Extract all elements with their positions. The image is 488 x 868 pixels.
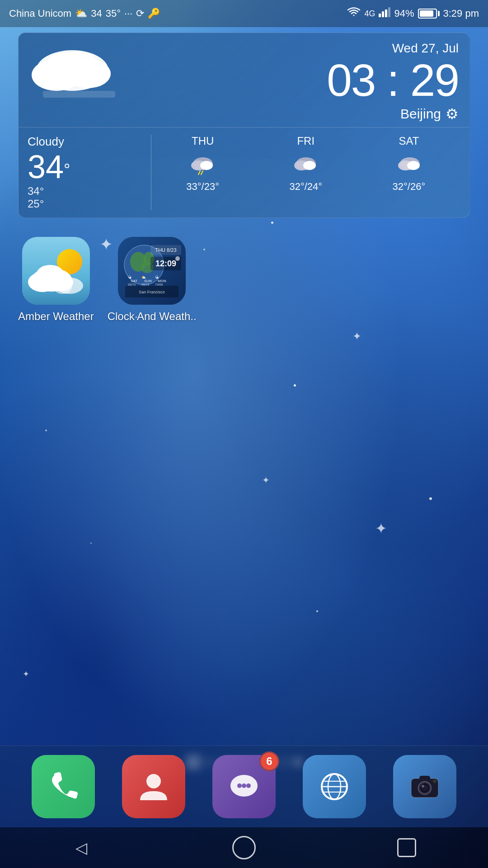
dock: 6 [0,745,488,827]
low-temp: 25° [28,198,44,210]
app-item-amber-weather[interactable]: Amber Weather [18,237,94,323]
key-icon: 🔑 [148,8,160,19]
fri-label: FRI [297,135,314,147]
datetime-area: Wed 27, Jul 03 : 29 Beijing ⚙ [327,41,459,123]
wifi-icon [347,7,361,20]
svg-point-54 [237,783,242,788]
svg-point-40 [175,256,180,261]
battery-percent: 94% [394,8,414,19]
widget-date: Wed 27, Jul [327,41,459,56]
svg-text:🌤: 🌤 [155,275,159,279]
svg-text:THU 8/23: THU 8/23 [155,247,177,253]
apps-grid: Amber Weather [0,223,488,323]
browser-icon [316,769,352,805]
widget-top: Wed 27, Jul 03 : 29 Beijing ⚙ [19,33,469,127]
carrier-name: China Unicom [9,8,71,19]
app-item-clock-weather[interactable]: THU 8/23 12:09 San Francisco SAT SUN MON… [108,237,197,323]
messages-icon [226,769,262,805]
rotate-icon: ⟳ [136,8,144,19]
svg-rect-1 [382,11,384,17]
messages-badge: 6 [259,751,279,771]
svg-text:79/68: 79/68 [155,283,163,286]
sat-temps: 32°/26° [393,181,426,193]
clock-weather-icon[interactable]: THU 8/23 12:09 San Francisco SAT SUN MON… [118,237,186,305]
back-button[interactable]: ◁ [66,832,97,863]
dock-browser[interactable] [303,755,366,818]
svg-rect-2 [385,9,387,17]
svg-text:🌤: 🌤 [128,275,131,279]
svg-line-14 [201,171,203,175]
svg-text:95/72: 95/72 [141,283,150,286]
fri-temps: 32°/24° [289,181,322,193]
svg-text:MON: MON [158,279,166,283]
back-icon: ◁ [75,839,87,857]
network-4g: 4G [364,9,375,19]
current-temp-value: 34 [28,149,64,185]
home-icon [232,836,256,859]
thu-temps: 33°/23° [186,181,219,193]
svg-point-52 [146,774,161,788]
current-weather: Cloudy 34° 34° 25° [28,135,151,210]
svg-text:SUN: SUN [144,279,152,283]
degree-symbol: ° [64,160,70,179]
clock-weather-icon-svg: THU 8/23 12:09 San Francisco SAT SUN MON… [118,237,186,305]
svg-text:SAT: SAT [131,279,137,283]
thu-icon [189,151,216,178]
forecast-day-thu: THU 33°/23° [151,135,254,210]
dock-contacts[interactable] [122,755,185,818]
nav-bar: ◁ [0,827,488,868]
cloud-illustration [29,41,129,100]
contacts-icon [136,769,172,805]
weather-widget[interactable]: Wed 27, Jul 03 : 29 Beijing ⚙ Cloudy 34°… [18,33,470,218]
svg-text:88/70: 88/70 [128,283,136,286]
svg-point-56 [246,783,251,788]
svg-point-28 [54,281,72,294]
weather-icon: ⛅ [75,8,87,19]
status-bar: China Unicom ⛅ 34 35° ··· ⟳ 🔑 4G 94% [0,0,488,27]
clock-time: 3:29 pm [443,8,479,19]
condition-label: Cloudy [28,135,143,149]
svg-rect-69 [419,776,430,780]
dock-messages[interactable]: 6 [212,755,276,818]
svg-point-8 [61,51,97,76]
location-row: Beijing ⚙ [327,105,459,123]
svg-rect-0 [379,14,381,17]
fri-icon [292,151,319,178]
recent-icon [397,838,416,857]
dock-camera[interactable] [393,755,456,818]
amber-weather-icon[interactable] [22,237,90,305]
sat-label: SAT [399,135,419,147]
camera-icon [407,769,443,805]
widget-time: 03 : 29 [327,57,459,103]
svg-line-13 [198,171,200,175]
svg-text:⛅: ⛅ [141,275,146,279]
svg-text:12:09: 12:09 [155,259,176,268]
svg-point-55 [242,783,246,788]
recent-button[interactable] [391,832,422,863]
sat-icon [395,151,422,178]
phone-icon [45,769,81,805]
amber-weather-icon-svg [22,237,90,305]
dots: ··· [124,8,132,19]
dock-phone[interactable] [32,755,95,818]
current-temp-display: 34° [28,151,143,183]
forecast-day-sat: SAT 32°/26° [357,135,460,210]
forecast-day-fri: FRI 32°/24° [254,135,357,210]
battery-icon [418,9,440,19]
svg-point-12 [200,161,213,170]
status-right: 4G 94% 3:29 pm [347,7,479,20]
current-temp: 34 [91,8,102,19]
svg-rect-3 [388,7,390,17]
settings-icon[interactable]: ⚙ [446,105,459,123]
home-button[interactable] [228,832,260,863]
location-name: Beijing [400,106,441,122]
thu-label: THU [192,135,214,147]
svg-text:San Francisco: San Francisco [139,290,165,294]
high-temp: 34° [28,185,44,197]
svg-point-17 [303,161,316,170]
cloud-area [29,41,327,100]
svg-point-70 [433,779,436,783]
svg-point-68 [422,785,424,788]
temp-range: 34° 25° [28,185,143,210]
svg-point-20 [407,161,420,170]
